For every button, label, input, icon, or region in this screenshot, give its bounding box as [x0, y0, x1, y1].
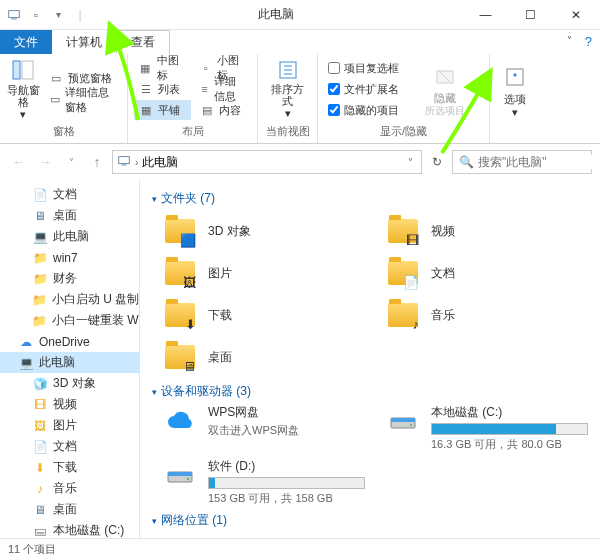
svg-point-14 — [187, 478, 189, 480]
hidden-items-toggle[interactable]: 隐藏的项目 — [324, 100, 416, 120]
hide-selected-button[interactable]: 隐藏所选项目 — [420, 59, 470, 119]
folder-item[interactable]: 📄文档 — [385, 253, 588, 293]
tree-node[interactable]: 📁财务 — [0, 268, 139, 289]
recent-locations-button[interactable]: ˅ — [60, 151, 82, 173]
folder-item[interactable]: ♪音乐 — [385, 295, 588, 335]
address-dropdown-icon[interactable]: ˅ — [404, 157, 417, 168]
tree-node[interactable]: 🖼图片 — [0, 415, 139, 436]
folder-label: 桌面 — [208, 349, 232, 366]
usage-bar — [431, 423, 588, 435]
ribbon-group-panes: 导航窗格▾ ▭预览窗格 ▭详细信息窗格 窗格 — [0, 54, 128, 143]
tree-node[interactable]: 📁win7 — [0, 247, 139, 268]
window-title: 此电脑 — [88, 6, 463, 23]
drive-sub: 双击进入WPS网盘 — [208, 423, 365, 438]
folder-item[interactable]: 🖼图片 — [162, 253, 365, 293]
tab-file[interactable]: 文件 — [0, 30, 52, 54]
svg-rect-7 — [119, 156, 130, 163]
forward-button[interactable]: → — [34, 151, 56, 173]
tab-view[interactable]: 查看 — [116, 30, 170, 54]
drive-sub: 153 GB 可用，共 158 GB — [208, 491, 365, 506]
group-label-layout: 布局 — [134, 122, 251, 141]
drive-item[interactable]: 软件 (D:)153 GB 可用，共 158 GB — [162, 458, 365, 506]
tree-label: 小白一键重装 Win10 — [52, 312, 140, 329]
nav-pane-button[interactable]: 导航窗格▾ — [6, 59, 40, 119]
drive-sub: 16.3 GB 可用，共 80.0 GB — [431, 437, 588, 452]
tree-node[interactable]: 💻此电脑 — [0, 226, 139, 247]
tree-node[interactable]: 🧊3D 对象 — [0, 373, 139, 394]
minimize-button[interactable]: — — [463, 0, 508, 30]
drive-item[interactable]: 本地磁盘 (C:)16.3 GB 可用，共 80.0 GB — [385, 404, 588, 452]
tree-node[interactable]: 🖥桌面 — [0, 205, 139, 226]
nav-pane-icon — [9, 58, 37, 82]
search-box[interactable]: 🔍 — [452, 150, 592, 174]
sort-by-button[interactable]: 排序方式▾ — [267, 59, 309, 119]
tree-node[interactable]: ♪音乐 — [0, 478, 139, 499]
options-button[interactable]: 选项▾ — [496, 61, 534, 121]
content-pane[interactable]: ▾文件夹 (7) 🟦3D 对象🎞视频🖼图片📄文档⬇下载♪音乐🖥桌面 ▾设备和驱动… — [140, 180, 600, 538]
tree-label: 文档 — [53, 186, 77, 203]
folder-item[interactable]: 🎞视频 — [385, 211, 588, 251]
help-icon[interactable]: ? — [585, 34, 592, 49]
folder-icon: 📄 — [385, 255, 421, 291]
folder-item[interactable]: 🖥桌面 — [162, 337, 365, 377]
tree-node[interactable]: 💻此电脑 — [0, 352, 139, 373]
file-ext-toggle[interactable]: 文件扩展名 — [324, 79, 416, 99]
section-folders-header[interactable]: ▾文件夹 (7) — [152, 190, 588, 207]
address-input[interactable] — [142, 155, 400, 169]
folder-icon: 🟦 — [162, 213, 198, 249]
tree-label: 桌面 — [53, 501, 77, 518]
qat-item[interactable]: ▫ — [28, 7, 44, 23]
folder-item[interactable]: ⬇下载 — [162, 295, 365, 335]
ribbon-tabs: 文件 计算机 查看 ˅ ? — [0, 30, 600, 54]
drive-item[interactable]: WPS网盘双击进入WPS网盘 — [162, 404, 365, 452]
svg-rect-8 — [121, 164, 126, 165]
layout-tiles[interactable]: ▦平铺 — [134, 100, 191, 120]
layout-xl-icons[interactable]: ▦中图标 — [134, 58, 191, 78]
tree-label: 本地磁盘 (C:) — [53, 522, 124, 538]
tiles-icon: ▦ — [138, 102, 154, 118]
router-icon — [162, 536, 198, 538]
refresh-button[interactable]: ↻ — [426, 151, 448, 173]
section-network-header[interactable]: ▾网络位置 (1) — [152, 512, 588, 529]
onedrive-icon: ☁ — [18, 334, 34, 350]
group-label-panes: 窗格 — [6, 122, 121, 141]
title-bar: ▫ ▾ | 此电脑 — ☐ ✕ — [0, 0, 600, 30]
maximize-button[interactable]: ☐ — [508, 0, 553, 30]
details-pane-button[interactable]: ▭详细信息窗格 — [44, 90, 121, 110]
back-button[interactable]: ← — [8, 151, 30, 173]
doc-icon: 📄 — [32, 187, 48, 203]
tree-node[interactable]: ☁OneDrive — [0, 331, 139, 352]
download-icon: ⬇ — [32, 460, 48, 476]
tree-label: 3D 对象 — [53, 375, 96, 392]
network-item[interactable]: 天翼网关 — [162, 533, 588, 538]
layout-details[interactable]: ≡详细信息 — [195, 79, 252, 99]
tree-node[interactable]: 📄文档 — [0, 184, 139, 205]
tree-node[interactable]: 📁小白启动 U 盘制作步 — [0, 289, 139, 310]
ribbon-collapse-icon[interactable]: ˅ — [567, 35, 572, 46]
usage-bar — [208, 477, 365, 489]
tree-node[interactable]: 🖥桌面 — [0, 499, 139, 520]
section-drives-header[interactable]: ▾设备和驱动器 (3) — [152, 383, 588, 400]
collapse-icon: ▾ — [152, 194, 157, 204]
nav-tree[interactable]: 📄文档🖥桌面💻此电脑📁win7📁财务📁小白启动 U 盘制作步📁小白一键重装 Wi… — [0, 180, 140, 538]
close-button[interactable]: ✕ — [553, 0, 598, 30]
search-input[interactable] — [478, 155, 600, 169]
layout-list[interactable]: ☰列表 — [134, 79, 191, 99]
pc-icon[interactable] — [6, 7, 22, 23]
folder-label: 下载 — [208, 307, 232, 324]
tree-node[interactable]: ⬇下载 — [0, 457, 139, 478]
tree-node[interactable]: 📁小白一键重装 Win10 — [0, 310, 139, 331]
tree-node[interactable]: 🖴本地磁盘 (C:) — [0, 520, 139, 538]
folder-item[interactable]: 🟦3D 对象 — [162, 211, 365, 251]
tab-computer[interactable]: 计算机 — [52, 30, 116, 54]
layout-content[interactable]: ▤内容 — [195, 100, 252, 120]
folder-icon: 📁 — [32, 271, 48, 287]
svg-rect-13 — [168, 472, 192, 476]
tree-node[interactable]: 🎞视频 — [0, 394, 139, 415]
chevron-right-icon[interactable]: › — [135, 157, 138, 168]
qat-dropdown[interactable]: ▾ — [50, 7, 66, 23]
tree-node[interactable]: 📄文档 — [0, 436, 139, 457]
address-bar[interactable]: › ˅ — [112, 150, 422, 174]
up-button[interactable]: ↑ — [86, 151, 108, 173]
item-checkboxes-toggle[interactable]: 项目复选框 — [324, 58, 416, 78]
